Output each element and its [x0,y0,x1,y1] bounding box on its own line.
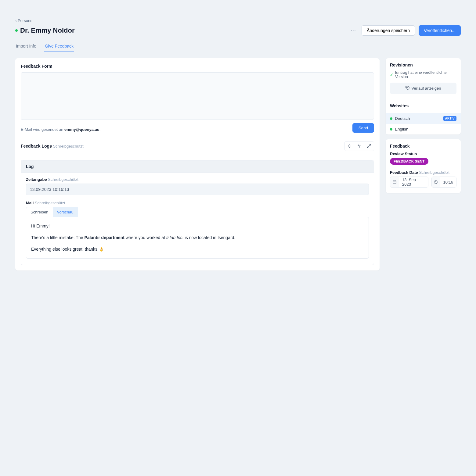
calendar-icon [390,177,399,187]
tabs: Import Info Give Feedback [15,41,461,52]
breadcrumb[interactable]: Persons [15,18,461,23]
mail-tab-write[interactable]: Schreiben [26,207,53,217]
clock-icon [432,177,440,187]
active-badge: AKTIV [443,116,457,121]
log-card: Log Zeitangabe Schreibgeschützt Mail Sch… [21,160,374,265]
mail-preview: Hi Emmy! There's a little mistake: The P… [26,217,369,259]
website-row-deutsch[interactable]: Deutsch AKTIV [386,113,461,124]
mail-tab-preview[interactable]: Vorschau [53,207,78,217]
collapse-icon[interactable] [344,141,354,151]
svg-rect-7 [393,181,396,184]
settings-sliders-icon[interactable] [354,141,364,151]
save-button[interactable]: Änderungen speichern [362,25,415,36]
feedback-form-title: Feedback Form [21,64,374,69]
send-button[interactable]: Send [352,123,374,133]
feedback-time-value: 10:16 [440,177,456,187]
tab-give-feedback[interactable]: Give Feedback [44,41,74,52]
websites-title: Websites [390,103,456,108]
email-hint: E-Mail wird gesendet an emmy@quenya.au. [21,127,100,132]
page-header: Dr. Emmy Noldor ··· Änderungen speichern… [15,25,461,36]
mail-tabs: Schreiben Vorschau [26,207,78,217]
feedback-textarea[interactable] [21,72,374,120]
review-status-badge: FEEDBACK SENT [390,158,428,165]
feedback-time-field[interactable]: 10:16 [431,177,456,188]
expand-icon[interactable] [364,141,374,151]
feedback-side-panel: Feedback Review Status FEEDBACK SENT Fee… [386,139,461,193]
mail-label: Mail Schreibgeschützt [26,201,369,205]
feedback-side-title: Feedback [390,144,456,149]
show-history-button[interactable]: Verlauf anzeigen [390,83,456,94]
page-title: Dr. Emmy Noldor [20,27,74,34]
status-dot-icon [15,29,18,32]
logs-toolbar [344,141,374,151]
review-status-label: Review Status [390,152,456,156]
timestamp-label: Zeitangabe Schreibgeschützt [26,177,369,182]
feedback-logs-readonly: Schreibgeschützt [53,144,84,149]
feedback-date-value: 13. Sep 2023 [399,177,428,187]
feedback-form-panel: Feedback Form E-Mail wird gesendet an em… [15,58,380,270]
status-dot-icon [390,128,392,131]
feedback-logs-title: Feedback Logs [21,144,52,149]
revisions-title: Revisionen [390,63,456,67]
feedback-date-field[interactable]: 13. Sep 2023 [390,177,428,188]
revisions-panel: Revisionen ✓ Eintrag hat eine veröffentl… [386,58,461,134]
revision-status-text: Eintrag hat eine veröffentlichte Version [395,70,456,79]
status-dot-icon [390,117,392,120]
check-icon: ✓ [390,73,393,77]
feedback-date-label: Feedback Date Schreibgeschützt [390,170,456,175]
svg-line-5 [369,145,370,146]
log-card-header: Log [21,160,374,173]
publish-button[interactable]: Veröffentlichen... [419,25,461,36]
tab-import-info[interactable]: Import Info [15,41,37,52]
svg-line-6 [367,146,369,148]
timestamp-input [26,184,369,195]
more-actions-button[interactable]: ··· [349,26,358,35]
website-row-english[interactable]: English [386,124,461,134]
history-icon [406,86,410,91]
